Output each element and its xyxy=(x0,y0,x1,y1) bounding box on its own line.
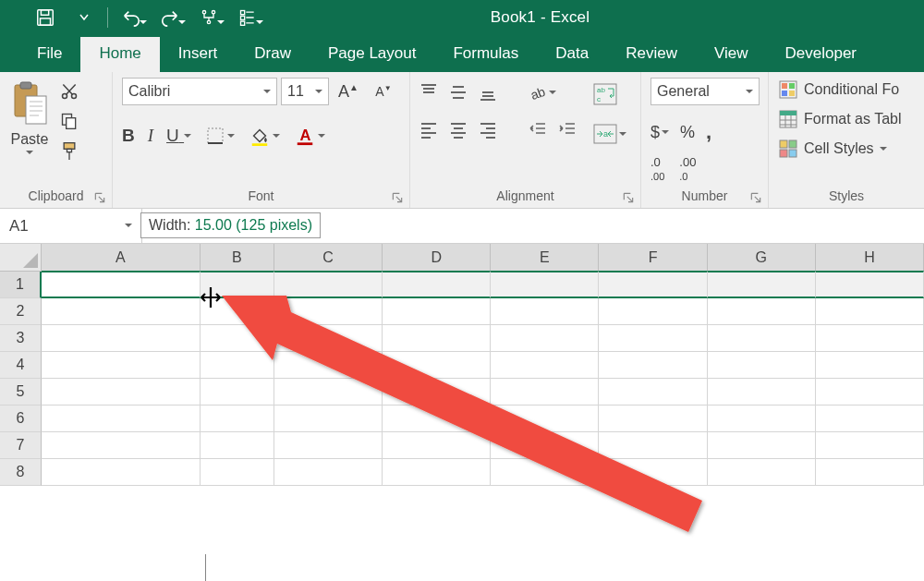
tab-file[interactable]: File xyxy=(18,37,80,72)
wrap-text-button[interactable]: abc xyxy=(593,83,626,105)
merge-center-button[interactable]: a xyxy=(593,124,626,144)
cell-H7[interactable] xyxy=(816,432,924,459)
cell-D4[interactable] xyxy=(383,352,491,379)
decrease-font-button[interactable]: A▼ xyxy=(368,79,399,104)
increase-decimal-button[interactable]: .0.00 xyxy=(650,155,664,183)
cell-A6[interactable] xyxy=(42,405,201,432)
align-top-button[interactable] xyxy=(419,83,438,102)
borders-button[interactable] xyxy=(206,127,235,145)
increase-indent-button[interactable] xyxy=(558,120,577,139)
cell-F1[interactable] xyxy=(599,271,707,298)
align-middle-button[interactable] xyxy=(449,83,468,102)
tab-insert[interactable]: Insert xyxy=(160,37,237,72)
cell-G5[interactable] xyxy=(708,379,816,405)
cell-E3[interactable] xyxy=(491,325,599,352)
column-header-H[interactable]: H xyxy=(816,244,924,272)
column-header-F[interactable]: F xyxy=(599,244,707,272)
cell-H3[interactable] xyxy=(816,325,924,352)
column-header-A[interactable]: A xyxy=(42,244,201,272)
italic-button[interactable]: I xyxy=(148,126,153,146)
cell-H6[interactable] xyxy=(816,405,924,432)
tab-developer[interactable]: Developer xyxy=(767,37,876,72)
row-header-5[interactable]: 5 xyxy=(0,379,42,405)
cell-C3[interactable] xyxy=(274,325,383,352)
align-center-button[interactable] xyxy=(449,120,468,139)
formula-input[interactable] xyxy=(229,209,924,243)
cell-E1[interactable] xyxy=(491,271,599,298)
tab-view[interactable]: View xyxy=(696,37,767,72)
row-header-1[interactable]: 1 xyxy=(0,272,42,298)
cell-D2[interactable] xyxy=(383,298,491,325)
cell-F5[interactable] xyxy=(599,379,707,405)
cell-G8[interactable] xyxy=(708,459,816,486)
cell-D5[interactable] xyxy=(383,379,491,405)
cell-A5[interactable] xyxy=(42,379,201,405)
cell-D7[interactable] xyxy=(383,432,491,459)
cell-A1[interactable] xyxy=(42,271,201,298)
cell-D1[interactable] xyxy=(383,271,491,298)
cell-B8[interactable] xyxy=(201,459,274,486)
align-left-button[interactable] xyxy=(419,120,438,139)
tab-formulas[interactable]: Formulas xyxy=(434,37,537,72)
cell-B7[interactable] xyxy=(201,432,274,459)
save-button[interactable] xyxy=(26,0,65,35)
cell-E6[interactable] xyxy=(491,405,599,432)
cell-C4[interactable] xyxy=(274,352,383,379)
cell-E5[interactable] xyxy=(491,379,599,405)
cell-A3[interactable] xyxy=(42,325,201,352)
cell-E4[interactable] xyxy=(491,352,599,379)
undo-button[interactable] xyxy=(112,0,151,35)
conditional-formatting-button[interactable]: Conditional Fo xyxy=(778,79,902,100)
cell-H2[interactable] xyxy=(816,298,924,325)
cell-B4[interactable] xyxy=(201,352,274,379)
cell-styles-button[interactable]: Cell Styles xyxy=(778,139,902,159)
row-header-7[interactable]: 7 xyxy=(0,432,42,459)
row-header-4[interactable]: 4 xyxy=(0,352,42,379)
column-header-D[interactable]: D xyxy=(383,244,491,272)
cell-G3[interactable] xyxy=(708,325,816,352)
cell-G2[interactable] xyxy=(708,298,816,325)
orientation-button[interactable]: ab xyxy=(529,83,556,102)
cell-A4[interactable] xyxy=(42,352,201,379)
row-header-6[interactable]: 6 xyxy=(0,405,42,432)
cell-C6[interactable] xyxy=(274,405,383,432)
qat-extra-1[interactable] xyxy=(189,0,228,35)
font-name-combo[interactable]: Calibri xyxy=(122,78,277,105)
cell-C7[interactable] xyxy=(274,432,383,459)
decrease-decimal-button[interactable]: .00.0 xyxy=(679,155,696,183)
tab-review[interactable]: Review xyxy=(607,37,696,72)
row-header-2[interactable]: 2 xyxy=(0,298,42,325)
cell-G6[interactable] xyxy=(708,405,816,432)
paste-button[interactable] xyxy=(9,78,50,129)
font-size-combo[interactable]: 11 xyxy=(281,78,329,105)
paste-label[interactable]: Paste xyxy=(11,131,49,148)
cell-B6[interactable] xyxy=(201,405,274,432)
cell-E8[interactable] xyxy=(491,459,599,486)
increase-font-button[interactable]: A▲ xyxy=(333,79,364,104)
cell-D6[interactable] xyxy=(383,405,491,432)
cell-A2[interactable] xyxy=(42,298,201,325)
cell-E2[interactable] xyxy=(491,298,599,325)
align-bottom-button[interactable] xyxy=(479,83,497,102)
cell-C2[interactable] xyxy=(274,298,383,325)
save-dropdown[interactable] xyxy=(65,0,103,35)
cell-G1[interactable] xyxy=(708,271,816,298)
cell-A7[interactable] xyxy=(42,432,201,459)
column-header-C[interactable]: C xyxy=(274,244,383,272)
cell-F7[interactable] xyxy=(599,432,707,459)
column-header-B[interactable]: B xyxy=(201,244,274,272)
cell-E7[interactable] xyxy=(491,432,599,459)
fill-color-button[interactable] xyxy=(249,126,280,146)
align-right-button[interactable] xyxy=(479,120,497,139)
number-format-combo[interactable]: General xyxy=(650,78,760,105)
cell-D3[interactable] xyxy=(383,325,491,352)
qat-extra-2[interactable] xyxy=(228,0,267,35)
alignment-launcher-icon[interactable] xyxy=(622,191,635,204)
percent-format-button[interactable]: % xyxy=(680,123,695,142)
paste-dropdown-icon[interactable] xyxy=(26,151,33,158)
cell-F3[interactable] xyxy=(599,325,707,352)
font-launcher-icon[interactable] xyxy=(391,191,404,204)
clipboard-launcher-icon[interactable] xyxy=(93,191,106,204)
name-box[interactable]: A1 xyxy=(0,209,142,243)
cell-F8[interactable] xyxy=(599,459,707,486)
